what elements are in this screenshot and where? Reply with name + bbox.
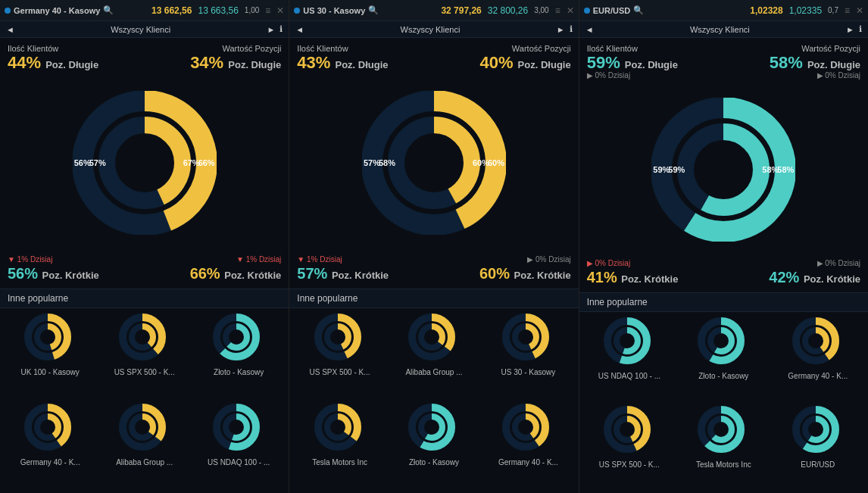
inne-label-3: Tesla Motors Inc	[312, 458, 367, 466]
close-icon[interactable]: ✕	[276, 5, 284, 16]
inne-item-0[interactable]: US NDAQ 100 - ...	[584, 317, 675, 402]
nav-prev[interactable]: ◄	[6, 25, 14, 34]
wartosc-label: Wartość Pozycji	[434, 44, 571, 53]
inne-item-4[interactable]: Alibaba Group ...	[98, 403, 189, 490]
inner-short-label: 59%	[668, 165, 685, 174]
ilosc-short-block: ▼ 1% Dzisiaj 57% Poz. Krótkie	[297, 255, 434, 282]
inne-label-1: US SPX 500 - K...	[114, 368, 175, 376]
wartosc-block: Wartość Pozycji 58% Poz. Długie ▶ 0% Dzi…	[723, 44, 860, 80]
header-price2: 13 663,56	[198, 5, 238, 16]
inne-label-2: Złoto - Kasowy	[214, 368, 264, 376]
today-badge-left: ▶ 0% Dzisiaj	[587, 259, 724, 267]
search-icon[interactable]: 🔍	[103, 5, 114, 15]
donut-area: 56% 57% 67% 66%	[0, 74, 289, 252]
today-badge-right: ▼ 1% Dzisiaj	[145, 255, 282, 264]
outer-short-label: 57%	[364, 158, 380, 167]
mini-donut-4	[407, 403, 461, 456]
search-icon[interactable]: 🔍	[633, 5, 644, 15]
header-title: Germany 40 - Kasowy	[14, 6, 100, 15]
inne-item-0[interactable]: UK 100 - Kasowy	[5, 313, 95, 400]
ilosc-short-pct: 56% Poz. Krótkie	[8, 265, 145, 282]
info-icon[interactable]: ℹ	[279, 24, 283, 34]
mini-donut-0	[314, 313, 367, 366]
inne-label-0: UK 100 - Kasowy	[21, 368, 80, 376]
inne-item-5[interactable]: Germany 40 - K...	[482, 403, 573, 490]
header-left: Germany 40 - Kasowy 🔍	[5, 5, 114, 15]
nav-label: Wszyscy Klienci	[401, 25, 461, 34]
mini-donut-4	[697, 405, 750, 458]
nav-label: Wszyscy Klienci	[111, 25, 170, 34]
panel-menu-icon[interactable]: ≡	[265, 5, 270, 16]
inne-item-1[interactable]: Złoto - Kasowy	[678, 317, 769, 402]
inne-item-5[interactable]: EUR/USD	[773, 405, 863, 491]
nav-label: Wszyscy Klienci	[690, 25, 750, 34]
inne-item-0[interactable]: US SPX 500 - K...	[294, 313, 385, 400]
inne-item-2[interactable]: US 30 - Kasowy	[482, 313, 573, 400]
inne-label-5: US NDAQ 100 - ...	[208, 458, 270, 466]
header-change: 3,00	[534, 6, 548, 14]
inne-item-5[interactable]: US NDAQ 100 - ...	[193, 403, 284, 490]
ilosc-block: Ilość Klientów 44% Poz. Długie	[8, 44, 145, 71]
header-dot	[294, 8, 300, 14]
inne-label-0: US NDAQ 100 - ...	[598, 372, 660, 380]
nav-next[interactable]: ►	[267, 25, 275, 34]
inne-item-4[interactable]: Tesla Motors Inc	[678, 405, 769, 491]
panel-us30: US 30 - Kasowy 🔍 32 797,26 32 800,26 3,0…	[289, 0, 579, 493]
stats-bottom: ▶ 0% Dzisiaj 41% Poz. Krótkie ▶ 0% Dzisi…	[579, 256, 868, 292]
mini-donut-3	[314, 403, 367, 456]
inne-label-4: Tesla Motors Inc	[696, 460, 751, 469]
inne-item-3[interactable]: US SPX 500 - K...	[584, 405, 675, 491]
inne-label-5: Germany 40 - K...	[498, 458, 558, 466]
wartosc-long-pct: 34% Poz. Długie	[145, 55, 282, 71]
inne-label-4: Złoto - Kasowy	[409, 458, 459, 466]
donut-area: 59% 59% 58% 58%	[579, 83, 868, 256]
ilosc-long-pct: 59% Poz. Długie	[587, 55, 724, 71]
stats-top: Ilość Klientów 43% Poz. Długie Wartość P…	[289, 38, 578, 74]
inne-item-4[interactable]: Złoto - Kasowy	[389, 403, 479, 490]
header-dot	[584, 8, 590, 14]
inne-item-2[interactable]: Złoto - Kasowy	[193, 313, 284, 400]
inne-item-1[interactable]: Alibaba Group ...	[389, 313, 479, 400]
header-price2: 32 800,26	[488, 5, 528, 16]
close-icon[interactable]: ✕	[567, 5, 574, 16]
inne-item-3[interactable]: Tesla Motors Inc	[294, 403, 385, 490]
ilosc-long-pct: 43% Poz. Długie	[297, 55, 434, 71]
stats-top: Ilość Klientów 59% Poz. Długie ▶ 0% Dzis…	[579, 38, 868, 83]
mini-donut-3	[23, 403, 76, 456]
inne-item-1[interactable]: US SPX 500 - K...	[98, 313, 189, 400]
panel-header: EUR/USD 🔍 1,02328 1,02335 0,7 ≡ ✕	[579, 0, 868, 21]
info-icon[interactable]: ℹ	[570, 24, 573, 34]
today-badge-right: ▶ 0% Dzisiaj	[723, 259, 860, 267]
ilosc-short-pct: 57% Poz. Krótkie	[297, 265, 434, 282]
wartosc-label: Wartość Pozycji	[723, 44, 860, 53]
mini-donut-1	[118, 313, 171, 366]
donut-area: 57% 58% 60% 60%	[289, 74, 578, 252]
inne-label-1: Alibaba Group ...	[405, 368, 462, 376]
panel-menu-icon[interactable]: ≡	[555, 5, 560, 16]
mini-donut-5	[501, 403, 554, 456]
inner-short-label: 58%	[379, 158, 395, 167]
close-icon[interactable]: ✕	[856, 5, 863, 16]
inne-label-2: US 30 - Kasowy	[501, 368, 556, 376]
inne-label-3: Germany 40 - K...	[20, 458, 80, 466]
donut-chart: 57% 58% 60% 60%	[362, 91, 506, 235]
header-price1: 32 797,26	[441, 5, 481, 16]
header-change: 0,7	[828, 6, 838, 14]
nav-prev[interactable]: ◄	[295, 25, 304, 34]
header-title: EUR/USD	[593, 6, 631, 15]
panel-menu-icon[interactable]: ≡	[845, 5, 850, 16]
nav-next[interactable]: ►	[557, 25, 565, 34]
donut-chart: 56% 57% 67% 66%	[73, 91, 217, 235]
info-icon[interactable]: ℹ	[859, 24, 862, 34]
nav-bar: ◄ Wszyscy Klienci ► ℹ	[579, 21, 868, 38]
search-icon[interactable]: 🔍	[368, 5, 379, 15]
inner-long-label: 58%	[762, 165, 779, 174]
inne-item-2[interactable]: Germany 40 - K...	[773, 317, 863, 402]
ilosc-label: Ilość Klientów	[297, 44, 434, 53]
nav-prev[interactable]: ◄	[585, 25, 594, 34]
mini-donut-5	[212, 403, 265, 456]
inne-item-3[interactable]: Germany 40 - K...	[5, 403, 95, 490]
ilosc-block: Ilość Klientów 43% Poz. Długie	[297, 44, 434, 71]
nav-next[interactable]: ►	[846, 25, 854, 34]
inne-label-4: Alibaba Group ...	[116, 458, 173, 466]
